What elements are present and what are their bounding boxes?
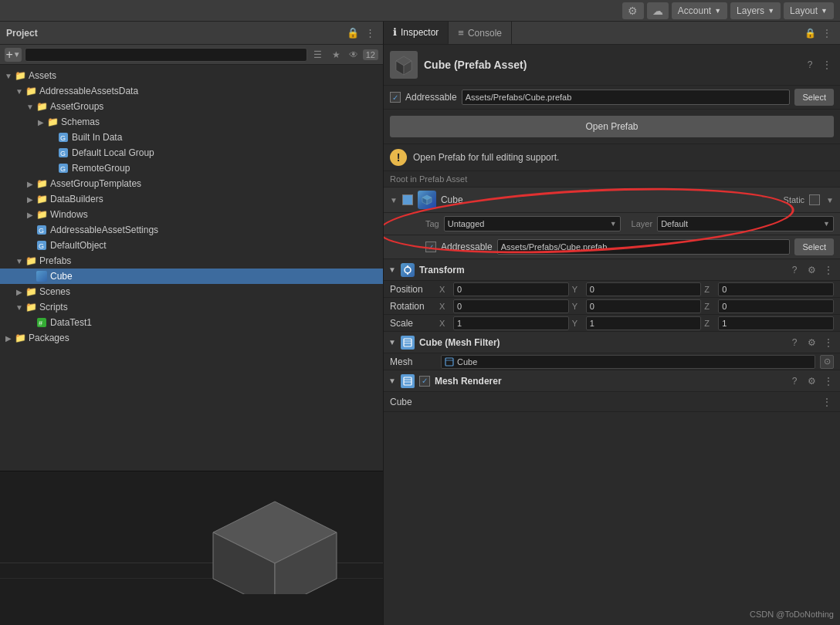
search-input[interactable]	[25, 48, 307, 62]
console-tab-label: Console	[468, 28, 502, 39]
mesh-renderer-actions: ? ⚙ ⋮	[788, 374, 835, 388]
svg-text:#: #	[39, 319, 42, 327]
inspector-more-icon[interactable]: ⋮	[820, 26, 834, 40]
layout-btn[interactable]: Layout ▼	[784, 2, 834, 19]
object-thumbnail	[390, 51, 418, 79]
mesh-renderer-settings-icon[interactable]: ⚙	[804, 374, 818, 388]
add-arrow-icon: ▼	[13, 50, 21, 59]
position-z-field[interactable]	[718, 282, 834, 296]
prefabs-arrow-icon	[14, 255, 25, 266]
layer-dropdown[interactable]: Default ▼	[657, 216, 834, 231]
cube-bottom-row: Cube ⋮	[384, 392, 840, 412]
file-tree: Assets AddressableAssetsData AssetGroups…	[0, 65, 383, 471]
addressable-path-2[interactable]: Assets/Prefabs/Cube.prefab	[497, 239, 791, 255]
cloud-icon[interactable]: ☁	[647, 2, 669, 19]
tree-data-builders[interactable]: DataBuilders	[0, 191, 383, 207]
tree-scripts[interactable]: Scripts	[0, 299, 383, 315]
object-question-icon[interactable]: ?	[803, 58, 817, 72]
object-toggle-checkbox[interactable]	[402, 194, 413, 205]
mesh-target-button[interactable]: ⊙	[820, 355, 834, 369]
mesh-renderer-toggle[interactable]: ✓	[419, 376, 430, 387]
select-button-top[interactable]: Select	[794, 89, 834, 106]
mesh-filter-question-icon[interactable]: ?	[788, 336, 801, 350]
rotation-y-field[interactable]	[586, 299, 702, 313]
rotation-x-field[interactable]	[453, 299, 569, 313]
object-more-icon[interactable]: ⋮	[820, 58, 834, 72]
cube-arrow-icon	[25, 271, 36, 282]
static-toggle-checkbox[interactable]	[809, 194, 820, 205]
layers-btn[interactable]: Layers ▼	[730, 2, 781, 19]
mesh-filter-expand-icon[interactable]: ▼	[388, 338, 396, 346]
tag-dropdown[interactable]: Untagged ▼	[444, 216, 621, 231]
position-y-field[interactable]	[586, 282, 702, 296]
mesh-filter-header: ▼ Cube (Mesh Filter) ? ⚙ ⋮	[384, 332, 840, 353]
position-x-field[interactable]	[453, 282, 569, 296]
transform-question-icon[interactable]: ?	[788, 263, 801, 277]
transform-settings-icon[interactable]: ⚙	[804, 263, 818, 277]
prefabs-folder-icon	[25, 255, 37, 267]
static-dropdown-icon[interactable]: ▼	[826, 196, 834, 204]
tree-packages[interactable]: Packages	[0, 330, 383, 346]
star-icon[interactable]: ★	[329, 48, 344, 62]
tree-scenes[interactable]: Scenes	[0, 284, 383, 299]
tree-default-object[interactable]: G DefaultObject	[0, 238, 383, 253]
tree-cube[interactable]: Cube	[0, 269, 383, 284]
transform-header: ▼ Transform ? ⚙ ⋮	[384, 259, 840, 281]
tree-windows[interactable]: Windows	[0, 207, 383, 222]
addressable-checkbox-2[interactable]: ✓	[425, 242, 436, 252]
tree-addressable-assets-data[interactable]: AddressableAssetsData	[0, 83, 383, 99]
add-button[interactable]: + ▼	[5, 48, 22, 62]
tree-prefabs[interactable]: Prefabs	[0, 253, 383, 269]
svg-rect-24	[404, 339, 412, 346]
rotation-z-label: Z	[704, 302, 715, 311]
scale-y-field[interactable]	[586, 316, 702, 330]
tree-remote-group[interactable]: G RemoteGroup	[0, 160, 383, 176]
tree-schemas[interactable]: Schemas	[0, 114, 383, 130]
aad-arrow-icon	[14, 86, 25, 96]
project-panel-header: Project 🔒 ⋮	[0, 22, 383, 45]
eye-icon[interactable]: 👁	[347, 49, 360, 60]
tree-asset-group-templates[interactable]: AssetGroupTemplates	[0, 176, 383, 191]
tree-default-local-group[interactable]: G Default Local Group	[0, 145, 383, 160]
tree-asset-groups[interactable]: AssetGroups	[0, 99, 383, 114]
open-prefab-button[interactable]: Open Prefab	[390, 116, 834, 137]
transform-more-icon[interactable]: ⋮	[821, 263, 835, 277]
warning-banner: ! Open Prefab for full editing support.	[384, 144, 840, 171]
cube-bottom-more-icon[interactable]: ⋮	[820, 395, 834, 409]
unity-icon[interactable]: ⚙	[622, 2, 644, 19]
addressable-checkbox-top[interactable]: ✓	[390, 92, 401, 103]
filter-icon[interactable]: ☰	[310, 48, 326, 62]
tab-inspector[interactable]: ℹ Inspector	[384, 22, 449, 44]
addressable-path-top[interactable]: Assets/Prefabs/Cube.prefab	[462, 90, 791, 105]
project-lock-icon[interactable]: 🔒	[346, 26, 360, 40]
tree-assets[interactable]: Assets	[0, 68, 383, 83]
tree-addressable-asset-settings[interactable]: G AddressableAssetSettings	[0, 222, 383, 238]
svg-text:G: G	[39, 227, 44, 235]
tab-console[interactable]: ≡ Console	[449, 22, 512, 44]
transform-expand-icon[interactable]: ▼	[388, 265, 396, 274]
mesh-filter-settings-icon[interactable]: ⚙	[804, 336, 818, 350]
mesh-renderer-question-icon[interactable]: ?	[788, 374, 801, 388]
inspector-tab-actions: 🔒 ⋮	[797, 26, 840, 40]
rotation-z-field[interactable]	[718, 299, 834, 313]
cube-tree-icon	[36, 270, 48, 282]
scale-z-label: Z	[704, 319, 715, 328]
object-name: Cube (Prefab Asset)	[424, 59, 797, 71]
project-more-icon[interactable]: ⋮	[363, 26, 377, 40]
mesh-renderer-more-icon[interactable]: ⋮	[821, 374, 835, 388]
inspector-content: Cube (Prefab Asset) ? ⋮ ✓ Addressable As…	[384, 45, 840, 625]
mesh-filter-more-icon[interactable]: ⋮	[821, 336, 835, 350]
scale-z-field[interactable]	[718, 316, 834, 330]
mesh-renderer-expand-icon[interactable]: ▼	[388, 377, 396, 385]
dlg-icon: G	[57, 147, 69, 159]
select-button-2[interactable]: Select	[794, 238, 834, 255]
scale-x-field[interactable]	[453, 316, 569, 330]
layers-arrow-icon: ▼	[767, 7, 774, 15]
tree-built-in-data[interactable]: G Built In Data	[0, 130, 383, 145]
mesh-renderer-icon	[401, 374, 415, 388]
addressable-label-top: Addressable	[405, 92, 457, 103]
tree-data-test1[interactable]: # DataTest1	[0, 315, 383, 330]
project-toolbar: + ▼ ☰ ★ 👁 12	[0, 45, 383, 65]
inspector-lock-icon[interactable]: 🔒	[803, 26, 817, 40]
account-btn[interactable]: Account ▼	[672, 2, 727, 19]
